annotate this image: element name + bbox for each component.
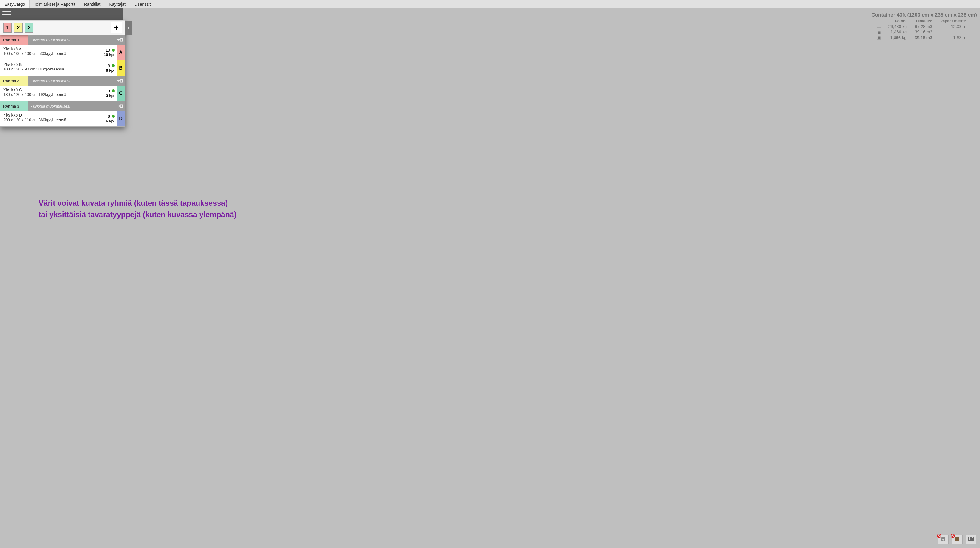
box-3d[interactable]: A [183,112,208,129]
cargo-item-counts: 88 kpl [99,60,116,76]
group-chip-1[interactable]: 1 [3,23,12,32]
box-3d[interactable]: C [208,129,235,149]
cargo-item-info: Yksikkö D200 x 120 x 110 cm 360kg/yhteen… [0,111,99,126]
container-floor [157,56,401,118]
text-toggle[interactable]: T [952,535,963,545]
box-3d[interactable]: A [185,93,210,111]
group-header-2[interactable]: Ryhmä 2- klikkaa muokataksesi [0,76,125,86]
count-loaded: 8 [106,68,108,73]
box-3d[interactable]: D [319,125,350,158]
disabled-icon [951,534,955,538]
cargo-item-name: Yksikkö C [3,88,96,92]
stats-row: 26,480 kg67.28 m312.03 m [871,24,969,29]
cargo-item-dims: 200 x 120 x 110 cm 360kg/yhteensä [3,118,96,122]
add-group-button[interactable]: + [111,22,122,33]
svg-rect-1 [120,38,123,41]
box-3d[interactable]: D [294,102,326,135]
svg-rect-3 [120,105,123,107]
count-planned: 10 [106,48,110,53]
stats-free: 12.03 m [935,24,969,29]
nav-cargo-spaces[interactable]: Rahtitilat [80,0,105,8]
view-toggles: kgT [938,535,976,545]
viewport-3d[interactable]: BABBAABBAAACCDDDDDDD [0,8,980,548]
nav-shipments-reports[interactable]: Toimitukset ja Raportit [30,0,80,8]
box-3d[interactable]: D [298,128,329,161]
group-hint[interactable]: - klikkaa muokataksesi [28,101,125,111]
svg-marker-0 [127,26,129,30]
cargo-letter-badge: C [116,86,125,101]
nav-users[interactable]: Käyttäjät [105,0,130,8]
group-header-3[interactable]: Ryhmä 3- klikkaa muokataksesi [0,101,125,111]
cargo-item-row[interactable]: Yksikkö C130 x 120 x 100 cm 192kg/yhteen… [0,86,125,101]
svg-rect-21 [971,537,974,538]
drop-to-group-icon [116,104,123,109]
weight-toggle[interactable]: kg [938,535,949,545]
stats-volume: 39.16 m3 [909,35,935,40]
stats-weight: 1,466 kg [883,35,909,40]
count-loaded: 6 [106,119,108,123]
container-wall [136,45,374,81]
box-3d[interactable]: A [202,108,227,126]
cargo-item-info: Yksikkö C130 x 120 x 100 cm 192kg/yhteen… [0,86,99,101]
cargo-item-counts: 33 kpl [99,86,116,101]
stats-weight: 26,480 kg [883,24,909,29]
group-chip-3[interactable]: 3 [25,23,33,32]
svg-rect-20 [969,537,970,541]
container-icon [871,24,883,29]
stats-weight: 1,466 kg [883,29,909,35]
cargo-item-info: Yksikkö A100 x 100 x 100 cm 530kg/yhteen… [0,45,99,60]
group-hint[interactable]: - klikkaa muokataksesi [28,35,125,45]
stats-free [935,29,969,35]
box-3d[interactable]: B [166,95,191,113]
svg-text:T: T [956,537,958,540]
nav-easycargo[interactable]: EasyCargo [0,0,30,8]
cargo-item-counts: 1010 kpl [99,45,116,60]
box-3d[interactable]: B [221,87,246,105]
chevron-left-icon [127,26,130,30]
cargo-item-row[interactable]: Yksikkö B100 x 120 x 90 cm 384kg/yhteens… [0,60,125,76]
cargo-item-row[interactable]: Yksikkö A100 x 100 x 100 cm 530kg/yhteen… [0,45,125,60]
box-3d[interactable]: B [164,114,189,132]
layout-toggle[interactable] [966,535,976,545]
cargo-item-name: Yksikkö A [3,46,96,51]
count-unit: kpl [109,53,115,57]
box-3d[interactable]: A [204,90,229,108]
svg-text:kg: kg [942,538,945,541]
svg-line-17 [952,535,954,537]
group-hint[interactable]: - klikkaa muokataksesi [28,76,125,86]
kg-icon: kg [940,536,946,543]
status-dot-icon [112,64,115,67]
svg-rect-2 [120,79,123,82]
box-3d[interactable]: D [250,135,280,168]
status-dot-icon [112,115,115,118]
box-3d[interactable]: B [167,78,192,96]
cargo-item-dims: 100 x 100 x 100 cm 530kg/yhteensä [3,51,96,56]
stats-volume: 39.16 m3 [909,29,935,35]
group-label: Ryhmä 1 [0,35,28,45]
cargo-item-counts: 66 kpl [99,111,116,126]
group-chip-2[interactable]: 2 [14,23,22,32]
stats-header-free: Vapaat metrit: [935,19,969,24]
sidebar: 1 2 3 + Ryhmä 1- klikkaa muokataksesiYks… [0,21,125,126]
cargo-item-row[interactable]: Yksikkö D200 x 120 x 110 cm 360kg/yhteen… [0,111,125,126]
stats-header-volume: Tilavuus: [909,19,935,24]
box-3d[interactable]: D [274,105,305,138]
box-3d[interactable]: B [206,72,231,90]
box-3d[interactable]: C [228,126,254,146]
count-planned: 3 [108,89,110,93]
svg-rect-8 [878,37,881,38]
box-3d[interactable]: A [186,75,212,93]
box-3d[interactable]: D [253,108,283,141]
cargo-item-dims: 130 x 120 x 100 cm 192kg/yhteensä [3,92,96,97]
group-header-1[interactable]: Ryhmä 1- klikkaa muokataksesi [0,35,125,45]
box-3d[interactable]: D [274,132,305,165]
box-3d[interactable]: A [221,105,245,124]
count-loaded: 10 [103,53,108,57]
group-label: Ryhmä 3 [0,101,28,111]
collapse-sidebar-button[interactable] [125,21,132,35]
svg-rect-22 [971,539,974,541]
drop-to-group-icon [116,78,123,83]
nav-licenses[interactable]: Lisenssit [130,0,155,8]
status-dot-icon [112,48,115,51]
menu-icon[interactable] [2,11,11,18]
